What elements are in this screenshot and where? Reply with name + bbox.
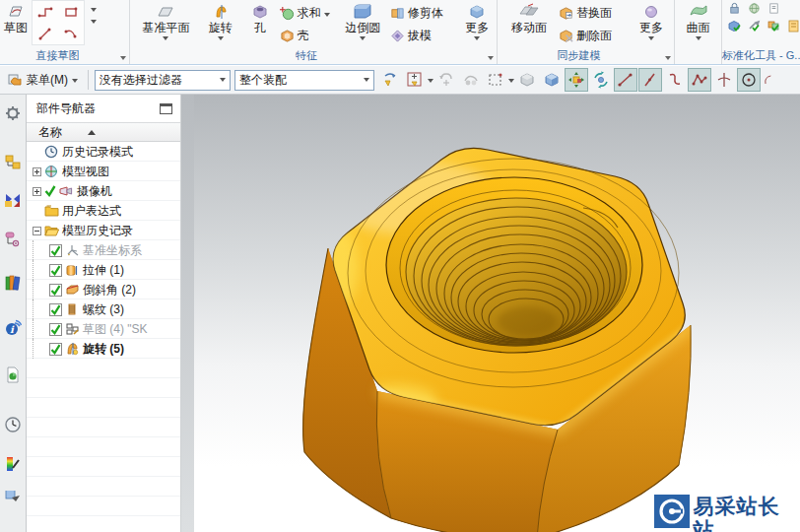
selection-filter-combo[interactable]: 没有选择过滤器 <box>95 70 231 91</box>
web-browser-button[interactable]: i <box>2 317 24 339</box>
check-part-icon <box>727 19 742 33</box>
reuse-library-button[interactable] <box>2 272 24 294</box>
checkbox-checked[interactable] <box>49 303 62 316</box>
unite-button[interactable]: 求和 <box>278 3 338 24</box>
tree-item-cameras[interactable]: 摄像机 <box>27 181 180 201</box>
select-mode-dropdown[interactable] <box>508 79 514 83</box>
expand-icon[interactable] <box>33 167 41 176</box>
roles-palette-button[interactable] <box>2 453 24 475</box>
checkbox-checked[interactable] <box>49 343 62 356</box>
constraint-navigator-button[interactable] <box>2 189 24 211</box>
hd3d-tools-button[interactable] <box>2 365 24 386</box>
group-dropdown-direct-sketch[interactable] <box>120 56 126 60</box>
graphics-window[interactable] <box>194 95 800 532</box>
group-dropdown-feature[interactable] <box>488 56 494 60</box>
std-check-part-button[interactable] <box>726 18 743 33</box>
surface-dropdown[interactable] <box>696 36 701 40</box>
sketch-button[interactable]: 草图 <box>4 0 28 34</box>
roles-rainbow-icon <box>4 455 22 473</box>
shell-button[interactable]: 壳 <box>278 26 338 46</box>
edge-blend-dropdown[interactable] <box>360 36 366 40</box>
checkbox-checked[interactable] <box>49 284 62 297</box>
hex-nut-model[interactable] <box>194 95 800 532</box>
std-lock-button[interactable] <box>726 1 743 16</box>
std-check-color-button[interactable] <box>766 18 782 33</box>
rotate-view-button[interactable] <box>589 68 613 92</box>
draft-icon <box>390 29 405 43</box>
draw-circle-button[interactable] <box>737 68 761 92</box>
tree-item-history-mode[interactable]: 历史记录模式 <box>27 142 180 162</box>
std-check-tool-button[interactable] <box>746 18 763 33</box>
assembly-navigator-button[interactable] <box>2 152 24 173</box>
sync-more-dropdown[interactable] <box>648 36 654 40</box>
selection-scope-combo[interactable]: 整个装配 <box>234 70 374 91</box>
tree-item-model-history[interactable]: 模型历史记录 <box>27 221 180 240</box>
surface-button[interactable]: 曲面 <box>677 0 720 64</box>
menu-button[interactable]: 菜单(M) <box>4 70 82 91</box>
replace-face-button[interactable]: 替换面 <box>557 3 632 24</box>
tree-item-revolve5[interactable]: 旋转 (5) <box>27 339 180 359</box>
shaded-view-button[interactable] <box>515 68 539 92</box>
std-page-button[interactable] <box>785 18 800 33</box>
checkbox-checked[interactable] <box>49 264 62 277</box>
unite-dropdown[interactable] <box>324 13 330 17</box>
ribbon-toolbar: 草图 直接草图 <box>0 0 800 65</box>
marquee-icon <box>487 71 504 89</box>
nut-threaded-hole[interactable] <box>386 177 642 353</box>
tree-item-chamfer[interactable]: 倒斜角 (2) <box>27 280 180 299</box>
roles-gear-button[interactable] <box>2 102 24 124</box>
studio-spline-button[interactable] <box>688 68 711 92</box>
checkbox-checked[interactable] <box>49 244 62 257</box>
tree-item-datum-csys[interactable]: 基准坐标系 <box>27 240 180 260</box>
undo-button[interactable] <box>434 68 458 92</box>
panel-float-button[interactable] <box>160 103 172 114</box>
history-palette-button[interactable] <box>2 414 24 435</box>
group-feature: 基准平面 旋转 孔 求和 壳 <box>130 0 498 64</box>
web-browser-icon: i <box>4 319 22 337</box>
tree-item-user-expressions[interactable]: 用户表达式 <box>27 201 180 221</box>
snap-point-dropdown[interactable] <box>428 79 433 83</box>
point-axis-button[interactable] <box>712 68 736 92</box>
wireframe-view-button[interactable] <box>540 68 564 92</box>
rectangle-tool-button[interactable] <box>58 1 84 23</box>
trim-body-button[interactable]: 修剪体 <box>388 3 458 24</box>
draw-arc-button[interactable] <box>762 68 773 92</box>
delete-face-button[interactable]: 删除面 <box>557 26 632 46</box>
expand-icon[interactable] <box>33 187 41 196</box>
checkbox-checked[interactable] <box>49 323 62 336</box>
std-doc-button[interactable] <box>766 1 782 16</box>
rectangle-select-button[interactable] <box>484 68 507 92</box>
group-sync-modeling: 移动面 替换面 删除面 更多 同步建模 <box>498 0 675 64</box>
draw-line2-button[interactable] <box>638 68 662 92</box>
revolve-dropdown[interactable] <box>218 36 224 40</box>
profile-tool-button[interactable] <box>33 1 58 23</box>
blue-cube-icon <box>543 71 561 89</box>
line-tool-button[interactable] <box>33 23 58 44</box>
feature-more-dropdown[interactable] <box>474 36 480 40</box>
name-column-header[interactable]: 名称 <box>27 122 180 142</box>
datum-plane-dropdown[interactable] <box>163 36 168 40</box>
hide-show-button[interactable] <box>378 68 402 92</box>
tree-item-extrude[interactable]: 拉伸 (1) <box>27 260 180 280</box>
redo-button[interactable] <box>459 68 483 92</box>
curve-gallery-expand[interactable] <box>91 24 97 37</box>
panel-resize-sash[interactable] <box>180 95 194 532</box>
snap-point-button[interactable] <box>403 68 427 92</box>
arc-tool-button[interactable] <box>58 23 84 44</box>
extrude-icon <box>65 263 80 277</box>
tree-item-sketch4[interactable]: 草图 (4) "SK <box>27 319 180 339</box>
draw-line-button[interactable] <box>614 68 637 92</box>
hd3d-tools-icon <box>4 366 22 384</box>
draft-button[interactable]: 拔模 <box>388 26 458 46</box>
system-scene-button[interactable] <box>2 491 24 502</box>
std-globe-button[interactable] <box>746 1 763 16</box>
part-navigator-button[interactable] <box>2 229 24 250</box>
tree-item-thread[interactable]: 螺纹 (3) <box>27 299 180 319</box>
collapse-icon[interactable] <box>33 227 41 235</box>
snap-point-icon <box>406 71 424 89</box>
move-object-button[interactable] <box>565 68 588 92</box>
spline-button[interactable] <box>663 68 687 92</box>
group-dropdown-sync-modeling[interactable] <box>665 56 671 60</box>
tree-item-model-views[interactable]: 模型视图 <box>27 162 180 181</box>
curve-gallery-dropdown[interactable] <box>91 8 97 12</box>
